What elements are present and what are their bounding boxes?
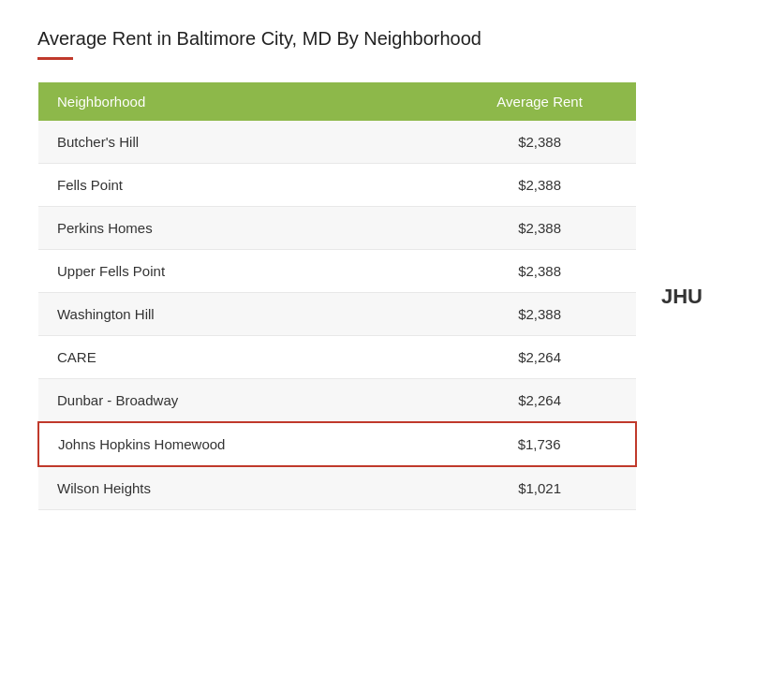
rent-table: Neighborhood Average Rent Butcher's Hill… bbox=[37, 82, 637, 510]
rent-cell: $1,736 bbox=[443, 422, 636, 466]
rent-cell: $1,021 bbox=[443, 466, 636, 510]
table-body: Butcher's Hill$2,388Fells Point$2,388Per… bbox=[38, 121, 636, 510]
neighborhood-cell: CARE bbox=[38, 336, 443, 379]
table-container: Neighborhood Average Rent Butcher's Hill… bbox=[37, 82, 637, 510]
rent-cell: $2,388 bbox=[443, 293, 636, 336]
table-row: Butcher's Hill$2,388 bbox=[38, 121, 636, 164]
rent-cell: $2,388 bbox=[443, 250, 636, 293]
average-rent-header: Average Rent bbox=[443, 82, 636, 121]
rent-cell: $2,388 bbox=[443, 164, 636, 207]
table-row: Perkins Homes$2,388 bbox=[38, 207, 636, 250]
rent-cell: $2,264 bbox=[443, 379, 636, 423]
table-row: Upper Fells Point$2,388 bbox=[38, 250, 636, 293]
neighborhood-cell: Johns Hopkins Homewood bbox=[38, 422, 443, 466]
neighborhood-header: Neighborhood bbox=[38, 82, 443, 121]
neighborhood-cell: Perkins Homes bbox=[38, 207, 443, 250]
neighborhood-cell: Washington Hill bbox=[38, 293, 443, 336]
table-header-row: Neighborhood Average Rent bbox=[38, 82, 636, 121]
neighborhood-cell: Butcher's Hill bbox=[38, 121, 443, 164]
rent-cell: $2,388 bbox=[443, 121, 636, 164]
table-row: Fells Point$2,388 bbox=[38, 164, 636, 207]
neighborhood-cell: Dunbar - Broadway bbox=[38, 379, 443, 423]
rent-cell: $2,264 bbox=[443, 336, 636, 379]
neighborhood-cell: Upper Fells Point bbox=[38, 250, 443, 293]
table-row: CARE$2,264 bbox=[38, 336, 636, 379]
table-row: Wilson Heights$1,021 bbox=[38, 466, 636, 510]
rent-cell: $2,388 bbox=[443, 207, 636, 250]
table-row: Johns Hopkins Homewood$1,736 bbox=[38, 422, 636, 466]
title-underline bbox=[37, 57, 73, 60]
jhu-label: JHU bbox=[661, 285, 703, 309]
neighborhood-cell: Wilson Heights bbox=[38, 466, 443, 510]
table-row: Dunbar - Broadway$2,264 bbox=[38, 379, 636, 423]
neighborhood-cell: Fells Point bbox=[38, 164, 443, 207]
table-row: Washington Hill$2,388 bbox=[38, 293, 636, 336]
page-title: Average Rent in Baltimore City, MD By Ne… bbox=[37, 28, 747, 50]
